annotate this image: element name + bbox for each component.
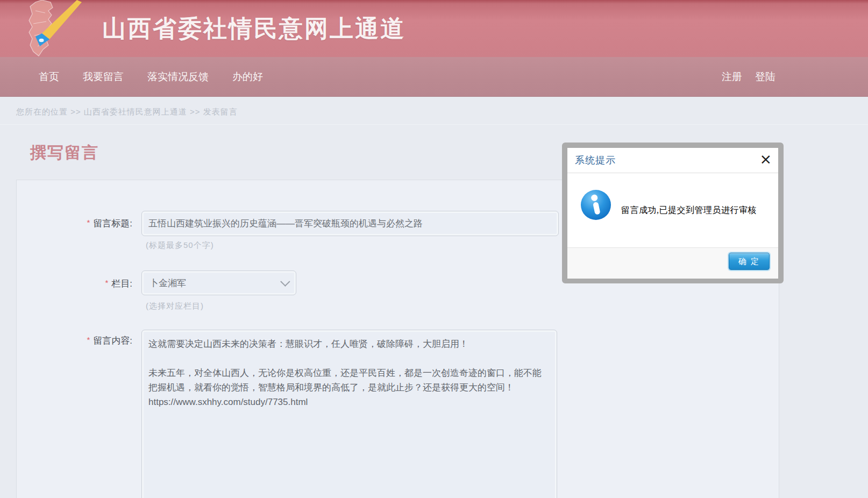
column-label: *栏目: xyxy=(17,278,132,290)
breadcrumb-divider xyxy=(0,124,868,125)
breadcrumb: 您所在的位置 >> 山西省委社情民意网上通道 >> 发表留言 xyxy=(16,107,238,117)
shanxi-map-logo xyxy=(14,0,84,58)
message-title-input[interactable] xyxy=(141,211,559,236)
close-icon[interactable]: × xyxy=(759,151,772,167)
dialog-message: 留言成功,已提交到管理员进行审核 xyxy=(621,173,773,247)
info-icon xyxy=(580,189,611,220)
column-select[interactable]: 卜金湘军 xyxy=(141,271,296,295)
page-title: 撰写留言 xyxy=(30,142,99,164)
dialog-title: 系统提示 xyxy=(575,154,616,167)
nav-auth: 注册 登陆 xyxy=(722,70,775,84)
nav-item-home[interactable]: 首页 xyxy=(39,70,59,84)
site-title: 山西省委社情民意网上通道 xyxy=(102,13,405,45)
confirm-button[interactable]: 确 定 xyxy=(729,253,770,270)
title-label: *留言标题: xyxy=(17,217,132,230)
column-select-value: 卜金湘军 xyxy=(150,277,280,289)
nav-item-feedback[interactable]: 落实情况反馈 xyxy=(147,70,209,84)
login-link[interactable]: 登陆 xyxy=(755,70,775,84)
dialog-titlebar: 系统提示 × xyxy=(567,148,778,173)
message-content-textarea[interactable]: 这就需要决定山西未来的决策者：慧眼识才，任人唯贤，破除障碍，大胆启用！ 未来五年… xyxy=(141,330,557,498)
register-link[interactable]: 注册 xyxy=(722,70,742,84)
required-asterisk: * xyxy=(105,278,108,287)
required-asterisk: * xyxy=(87,218,90,227)
column-hint: (选择对应栏目) xyxy=(146,301,204,311)
required-asterisk: * xyxy=(87,335,90,344)
system-prompt-dialog: 系统提示 × 留言成功,已提交到管理员进行审核 确 定 xyxy=(562,143,784,283)
content-label: *留言内容: xyxy=(17,335,132,347)
nav-item-well-done[interactable]: 办的好 xyxy=(232,70,263,84)
dialog-body: 留言成功,已提交到管理员进行审核 xyxy=(567,173,778,247)
nav-item-leave-message[interactable]: 我要留言 xyxy=(83,70,124,84)
dialog-footer: 确 定 xyxy=(567,247,778,279)
chevron-down-icon xyxy=(280,276,290,286)
nav-items: 首页 我要留言 落实情况反馈 办的好 xyxy=(0,70,263,84)
title-hint: (标题最多50个字) xyxy=(146,240,214,251)
main-nav: 首页 我要留言 落实情况反馈 办的好 注册 登陆 xyxy=(0,57,868,97)
site-header: 山西省委社情民意网上通道 xyxy=(0,0,868,57)
